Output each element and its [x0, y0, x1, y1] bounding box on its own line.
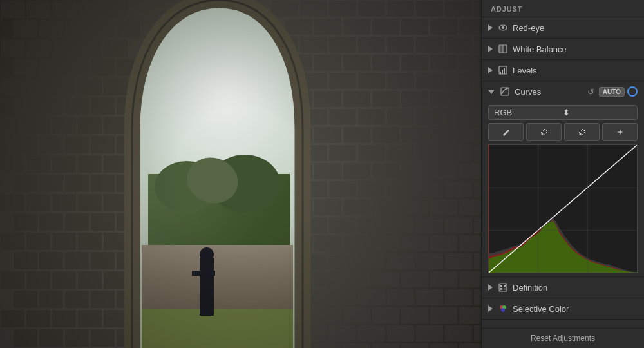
svg-rect-25: [504, 285, 506, 287]
photo-area: [0, 0, 481, 348]
white-balance-label: White Balance: [513, 44, 638, 54]
curves-auto-button[interactable]: AUTO: [599, 87, 625, 97]
rgb-channel-label: RGB: [494, 108, 563, 117]
definition-icon: [498, 282, 508, 293]
curves-header-actions: ↺ AUTO: [586, 86, 638, 97]
svg-rect-9: [506, 67, 506, 74]
curves-pencil-button[interactable]: [488, 123, 524, 141]
panel-title: ADJUST: [482, 0, 644, 17]
reset-adjustments-button[interactable]: Reset Adjustments: [482, 328, 644, 348]
selective-color-item: Selective Color: [482, 298, 644, 320]
adjust-panel: ADJUST Red-eye: [481, 0, 644, 348]
curves-sparkle-button[interactable]: [602, 123, 638, 141]
levels-item: Levels: [482, 60, 644, 81]
svg-line-12: [542, 133, 544, 134]
svg-rect-8: [504, 68, 505, 74]
red-eye-collapse-icon: [488, 24, 493, 31]
svg-point-1: [502, 26, 504, 29]
curves-expand-icon[interactable]: [488, 90, 495, 94]
panel-content: Red-eye White Balance: [482, 17, 644, 328]
curves-header-left: Curves: [488, 86, 586, 97]
svg-rect-24: [500, 285, 502, 287]
levels-header[interactable]: Levels: [482, 60, 644, 81]
svg-rect-23: [499, 284, 507, 291]
definition-header[interactable]: Definition: [482, 277, 644, 298]
svg-rect-4: [499, 45, 503, 53]
definition-collapse-icon: [488, 284, 493, 291]
curves-label: Curves: [515, 87, 586, 97]
svg-point-30: [501, 308, 505, 312]
rgb-channel-dropdown[interactable]: RGB ⬍: [488, 105, 638, 120]
photo-canvas: [0, 0, 481, 348]
svg-point-15: [583, 130, 585, 131]
levels-collapse-icon: [488, 67, 493, 73]
white-balance-item: White Balance: [482, 39, 644, 60]
white-balance-header[interactable]: White Balance: [482, 39, 644, 59]
curves-icon: [500, 86, 510, 97]
white-balance-collapse-icon: [488, 46, 493, 52]
red-eye-item: Red-eye: [482, 17, 644, 39]
svg-rect-26: [500, 288, 502, 290]
levels-icon: [498, 65, 508, 75]
selective-color-icon: [498, 304, 508, 314]
red-eye-header[interactable]: Red-eye: [482, 17, 644, 38]
svg-rect-6: [500, 72, 501, 74]
curves-header: Curves ↺ AUTO: [482, 81, 644, 102]
white-balance-icon: [498, 44, 508, 54]
red-eye-label: Red-eye: [513, 23, 638, 33]
definition-item: Definition: [482, 277, 644, 298]
definition-label: Definition: [513, 283, 638, 293]
curves-dropper-button[interactable]: [526, 123, 562, 141]
curves-dropper2-button[interactable]: [564, 123, 600, 141]
levels-label: Levels: [513, 66, 638, 75]
selective-color-label: Selective Color: [513, 304, 638, 314]
curves-tool-buttons: [488, 123, 638, 141]
red-eye-icon: [498, 23, 508, 33]
selective-color-collapse-icon: [488, 305, 493, 312]
svg-rect-7: [502, 70, 503, 74]
selective-color-header[interactable]: Selective Color: [482, 298, 644, 319]
dropdown-arrows-icon: ⬍: [563, 108, 632, 117]
curves-section: Curves ↺ AUTO RGB ⬍: [482, 81, 644, 277]
curves-reset-icon[interactable]: ↺: [586, 86, 596, 97]
curves-circle-button[interactable]: [627, 86, 638, 97]
svg-line-14: [580, 133, 582, 134]
svg-rect-27: [504, 288, 506, 290]
curves-graph[interactable]: [488, 144, 638, 273]
